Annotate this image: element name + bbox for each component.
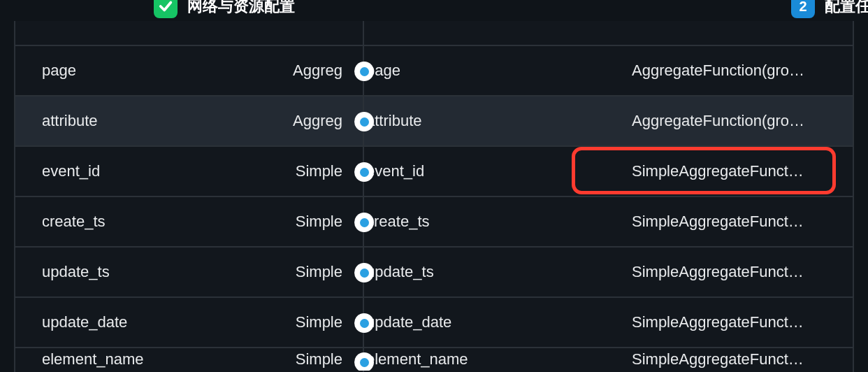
- right-field-name: update_ts: [366, 263, 434, 281]
- table-row[interactable]: pageAggregpageAggregateFunction(gro…: [15, 45, 853, 95]
- right-field-name: event_id: [366, 162, 424, 180]
- right-field-type: SimpleAggregateFunct…: [632, 263, 804, 281]
- left-field-type: Simple: [287, 263, 342, 281]
- mapping-panel: pageAggregpageAggregateFunction(gro…attr…: [14, 21, 854, 372]
- mapping-connector-icon[interactable]: [354, 162, 374, 182]
- left-field-name: element_name: [42, 350, 144, 369]
- left-cell: update_tsSimple: [15, 263, 349, 281]
- right-field-name: element_name: [366, 350, 468, 369]
- mapping-connector-icon[interactable]: [354, 112, 374, 131]
- left-field-type: Simple: [287, 313, 342, 331]
- step-pending-label: 配置任: [825, 0, 868, 17]
- right-field-type: AggregateFunction(gro…: [632, 112, 804, 130]
- left-cell: pageAggreg: [15, 62, 349, 80]
- left-field-name: attribute: [42, 112, 98, 130]
- left-cell: element_nameSimple: [15, 350, 349, 369]
- mapping-connector-icon[interactable]: [354, 313, 374, 333]
- left-field-name: update_date: [42, 313, 127, 331]
- right-field-name: update_date: [366, 313, 451, 331]
- right-field-type-cell: AggregateFunction(gro…: [629, 112, 853, 130]
- step-pending: 2 配置任: [791, 0, 868, 18]
- right-field-type-cell: AggregateFunction(gro…: [629, 62, 853, 80]
- right-field-type: SimpleAggregateFunct…: [632, 213, 804, 231]
- left-cell: update_dateSimple: [15, 313, 349, 331]
- right-field-type-cell: SimpleAggregateFunct…: [629, 263, 853, 281]
- step-pending-badge: 2: [791, 0, 815, 18]
- left-field-type: Simple: [287, 213, 342, 231]
- step-completed: 网络与资源配置: [154, 0, 295, 18]
- mapping-rows: pageAggregpageAggregateFunction(gro…attr…: [15, 21, 853, 371]
- step-done-label: 网络与资源配置: [187, 0, 295, 17]
- left-field-name: create_ts: [42, 213, 106, 231]
- right-field-type-cell: SimpleAggregateFunct…: [629, 213, 853, 231]
- table-row[interactable]: update_tsSimpleupdate_tsSimpleAggregateF…: [15, 246, 853, 296]
- left-field-type: Simple: [287, 350, 342, 369]
- right-field-name-cell: create_ts: [349, 213, 629, 231]
- right-field-type: SimpleAggregateFunct…: [632, 162, 804, 180]
- right-field-name-cell: attribute: [349, 112, 629, 130]
- right-field-type: SimpleAggregateFunct…: [632, 313, 804, 331]
- table-row[interactable]: attributeAggregattributeAggregateFunctio…: [15, 95, 853, 145]
- table-row[interactable]: event_idSimpleevent_idSimpleAggregateFun…: [15, 145, 853, 196]
- left-field-name: event_id: [42, 162, 100, 180]
- left-field-name: update_ts: [42, 263, 110, 281]
- mapping-connector-icon[interactable]: [354, 263, 374, 282]
- mapping-connector-icon[interactable]: [354, 352, 374, 371]
- left-field-name: page: [42, 62, 76, 80]
- right-field-name-cell: event_id: [349, 162, 629, 180]
- table-row[interactable]: element_nameSimpleelement_nameSimpleAggr…: [15, 347, 853, 371]
- step-done-icon: [154, 0, 178, 18]
- right-field-name: create_ts: [366, 213, 430, 231]
- table-row[interactable]: update_dateSimpleupdate_dateSimpleAggreg…: [15, 296, 853, 347]
- left-cell: attributeAggreg: [15, 112, 349, 130]
- left-field-type: Aggreg: [284, 112, 342, 130]
- table-row[interactable]: [15, 21, 853, 45]
- right-field-name-cell: update_date: [349, 313, 629, 331]
- step-bar: 网络与资源配置 2 配置任: [0, 0, 868, 20]
- mapping-connector-icon[interactable]: [354, 213, 374, 232]
- left-field-type: Aggreg: [284, 62, 342, 80]
- right-field-name-cell: page: [349, 62, 629, 80]
- left-field-type: Simple: [287, 162, 342, 180]
- left-cell: create_tsSimple: [15, 213, 349, 231]
- right-field-name-cell: update_ts: [349, 263, 629, 281]
- right-field-type-cell: SimpleAggregateFunct…: [629, 313, 853, 331]
- mapping-connector-icon[interactable]: [354, 62, 374, 81]
- right-field-type: SimpleAggregateFunct…: [632, 350, 804, 369]
- right-field-name-cell: element_name: [349, 350, 629, 369]
- right-field-name: attribute: [366, 112, 422, 130]
- left-cell: event_idSimple: [15, 162, 349, 180]
- right-field-type-cell: SimpleAggregateFunct…: [629, 162, 853, 180]
- table-row[interactable]: create_tsSimplecreate_tsSimpleAggregateF…: [15, 196, 853, 246]
- right-field-type: AggregateFunction(gro…: [632, 62, 804, 80]
- step-pending-number: 2: [799, 0, 806, 15]
- right-field-type-cell: SimpleAggregateFunct…: [629, 350, 853, 369]
